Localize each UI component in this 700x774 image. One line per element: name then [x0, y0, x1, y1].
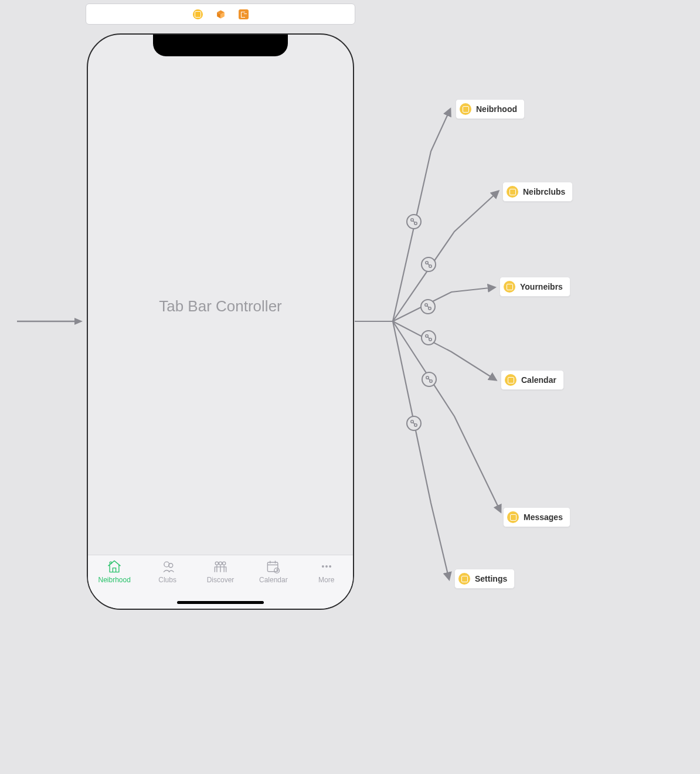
house-icon [106, 558, 123, 575]
destination-settings[interactable]: Settings [454, 569, 515, 589]
entry-point-arrow [17, 317, 83, 326]
svg-point-6 [219, 562, 222, 565]
svg-point-14 [325, 565, 328, 568]
viewcontroller-icon [460, 103, 471, 115]
iphone-scene-frame: Tab Bar Controller Neibrhood Clubs Disco… [87, 33, 354, 610]
svg-line-24 [427, 306, 429, 308]
destination-messages[interactable]: Messages [503, 507, 570, 527]
viewcontroller-icon [507, 511, 519, 523]
svg-line-21 [428, 264, 430, 266]
segue-badge[interactable] [422, 372, 437, 387]
destination-label: Messages [524, 512, 563, 522]
svg-line-33 [413, 423, 415, 425]
svg-rect-8 [268, 562, 278, 572]
svg-point-15 [329, 565, 331, 568]
cube-icon[interactable] [216, 9, 226, 19]
tab-label: More [318, 576, 334, 584]
destination-label: Calendar [521, 375, 556, 385]
scene-title: Tab Bar Controller [88, 297, 353, 315]
svg-line-27 [428, 337, 430, 339]
viewcontroller-icon [505, 374, 516, 386]
destination-label: Neibrclubs [523, 187, 565, 196]
discover-icon [212, 558, 229, 575]
svg-point-2 [110, 562, 112, 564]
tab-label: Calendar [259, 576, 288, 584]
more-icon [318, 558, 335, 575]
tab-label: Neibrhood [98, 576, 131, 584]
destination-neibrhood[interactable]: Neibrhood [456, 99, 525, 119]
destination-label: Yourneibrs [520, 282, 563, 291]
clubs-icon [159, 558, 176, 575]
svg-point-5 [215, 562, 218, 565]
segue-badge[interactable] [406, 214, 422, 229]
destination-yourneibrs[interactable]: Yourneibrs [499, 277, 570, 297]
segue-badge[interactable] [421, 330, 436, 345]
tab-more[interactable]: More [302, 558, 351, 584]
viewcontroller-icon [507, 186, 518, 198]
iphone-notch [153, 35, 288, 56]
svg-point-7 [222, 562, 225, 565]
viewcontroller-icon [458, 573, 470, 585]
destination-calendar[interactable]: Calendar [501, 370, 564, 390]
exit-icon[interactable] [239, 9, 249, 19]
scene-toolbar[interactable] [86, 4, 355, 25]
tab-neibrhood[interactable]: Neibrhood [90, 558, 139, 584]
segue-badge[interactable] [420, 299, 436, 314]
svg-marker-1 [74, 318, 83, 325]
destination-neibrclubs[interactable]: Neibrclubs [502, 182, 573, 202]
calendar-icon [265, 558, 281, 575]
tab-discover[interactable]: Discover [196, 558, 245, 584]
tab-clubs[interactable]: Clubs [143, 558, 192, 584]
tab-label: Discover [207, 576, 235, 584]
viewcontroller-icon [504, 281, 515, 293]
tab-calendar[interactable]: Calendar [249, 558, 298, 584]
destination-label: Settings [475, 574, 507, 583]
destination-label: Neibrhood [476, 104, 517, 114]
segue-badge[interactable] [406, 416, 422, 431]
svg-line-18 [413, 221, 415, 223]
svg-point-13 [322, 565, 324, 568]
home-indicator [177, 601, 264, 604]
tab-label: Clubs [158, 576, 176, 584]
svg-line-30 [429, 379, 430, 381]
segue-badge[interactable] [421, 257, 436, 272]
scene-icon[interactable] [193, 9, 203, 19]
